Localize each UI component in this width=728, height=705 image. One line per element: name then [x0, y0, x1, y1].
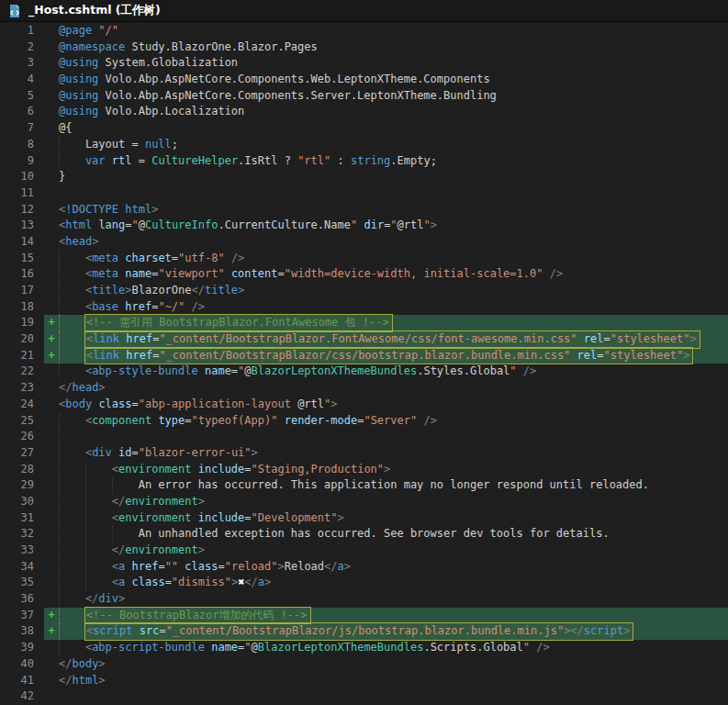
token-pn: >: [252, 446, 258, 459]
code-line[interactable]: 35<a class="dismiss">✖</a>: [0, 575, 728, 591]
code-line[interactable]: 40</body>: [0, 656, 728, 673]
code-line[interactable]: 27<div id="blazor-error-ui">: [0, 445, 728, 462]
token-fn: @{: [59, 121, 72, 134]
diff-changed-text-box: <link href="_content/BootstrapBlazor/css…: [85, 348, 693, 364]
code-line[interactable]: 5@using Volo.Abp.AspNetCore.Components.S…: [0, 88, 728, 105]
token-kw: script: [584, 624, 623, 637]
token-pn: />: [523, 364, 536, 377]
token-pl: [577, 332, 584, 345]
title-bar: _Host.cshtml (工作树): [0, 0, 728, 22]
token-st: ": [510, 364, 516, 377]
code-line[interactable]: 17<title>BlazorOne</title>: [0, 283, 728, 299]
token-pn: >: [92, 235, 98, 248]
code-line[interactable]: 6@using Volo.Abp.Localization: [0, 104, 728, 120]
token-kw: body: [72, 657, 98, 670]
line-content: </head>: [59, 380, 106, 397]
code-text: @using System.Globalization: [59, 55, 728, 72]
token-at: rel: [584, 332, 604, 345]
code-line[interactable]: 19+<!-- 需引用 BootstrapBlazor.FontAwesome …: [0, 315, 728, 331]
token-op: =: [244, 511, 251, 524]
code-line[interactable]: 31<environment include="Development">: [0, 510, 728, 527]
token-at: class: [132, 576, 165, 588]
code-line[interactable]: 32An unhandled exception has occurred. S…: [0, 526, 728, 543]
code-line[interactable]: 16<meta name="viewport" content="width=d…: [0, 266, 728, 283]
code-line[interactable]: 10}: [0, 169, 728, 185]
code-line[interactable]: 18<base href="~/" />: [0, 299, 728, 316]
indent-guide: [59, 543, 60, 559]
code-text: </environment>: [59, 543, 728, 559]
code-text: An unhandled exception has occurred. See…: [59, 526, 728, 543]
code-line[interactable]: 9var rtl = CultureHelper.IsRtl ? "rtl" :…: [0, 153, 728, 170]
indent-guide: [85, 462, 86, 478]
token-pn: >: [330, 397, 337, 410]
code-text: <!DOCTYPE html>: [59, 202, 728, 218]
gutter-spacer: [44, 429, 59, 445]
code-line[interactable]: 30</environment>: [0, 494, 728, 510]
token-kw: body: [65, 397, 92, 410]
code-line[interactable]: 12<!DOCTYPE html>: [0, 202, 728, 218]
line-number: 26: [0, 429, 44, 445]
code-line[interactable]: 26: [0, 429, 728, 445]
token-pn: </: [59, 657, 72, 670]
token-kw: abp-style-bundle: [92, 364, 198, 377]
code-line[interactable]: 14<head>: [0, 234, 728, 251]
code-line[interactable]: 1@page "/": [0, 23, 728, 39]
code-line[interactable]: 38+<script src="_content/BootstrapBlazor…: [0, 623, 728, 640]
code-line[interactable]: 39<abp-script-bundle name="@BlazorLepton…: [0, 640, 728, 656]
code-line[interactable]: 3@using System.Globalization: [0, 55, 728, 72]
line-content: <environment include="Staging,Production…: [112, 462, 391, 478]
code-line[interactable]: 23</head>: [0, 380, 728, 397]
code-text: <link href="_content/BootstrapBlazor/css…: [59, 348, 728, 364]
token-pl: .CurrentCulture.Name: [218, 218, 351, 231]
code-line[interactable]: 33</environment>: [0, 543, 728, 559]
indent-guide: [112, 477, 113, 494]
code-line[interactable]: 7@{: [0, 120, 728, 137]
gutter-spacer: [44, 477, 59, 494]
code-line[interactable]: 2@namespace Study.BlazorOne.Blazor.Pages: [0, 39, 728, 56]
code-line[interactable]: 34<a href="" class="reload">Reload</a>: [0, 559, 728, 576]
line-content: <base href="~/" />: [85, 299, 205, 316]
code-line[interactable]: 21+<link href="_content/BootstrapBlazor/…: [0, 348, 728, 364]
line-number: 38: [0, 623, 44, 640]
gutter-spacer: [44, 137, 59, 153]
token-pn: </: [192, 284, 205, 297]
line-number: 10: [0, 169, 44, 185]
line-number: 31: [0, 510, 44, 527]
token-kw: html: [72, 674, 98, 687]
token-pn: </: [85, 592, 98, 605]
code-line[interactable]: 15<meta charset="utf-8" />: [0, 251, 728, 267]
line-number: 8: [0, 137, 44, 153]
code-line[interactable]: 8Layout = null;: [0, 137, 728, 153]
code-editor[interactable]: 1@page "/"2@namespace Study.BlazorOne.Bl…: [0, 22, 728, 705]
code-text: </head>: [59, 380, 728, 397]
code-line[interactable]: 42: [0, 688, 728, 705]
indent-guide: [59, 429, 60, 445]
token-pn: >: [337, 511, 343, 524]
code-line[interactable]: 20+<link href="_content/BootstrapBlazor.…: [0, 331, 728, 348]
code-line[interactable]: 36</div>: [0, 591, 728, 608]
token-pl: }: [59, 170, 65, 183]
code-text: Layout = null;: [59, 137, 728, 153]
code-line[interactable]: 28<environment include="Staging,Producti…: [0, 462, 728, 478]
code-line[interactable]: 4@using Volo.Abp.AspNetCore.Components.W…: [0, 72, 728, 88]
indent-guide: [85, 543, 86, 559]
diff-changed-text-box: <link href="_content/BootstrapBlazor.Fon…: [85, 331, 700, 348]
code-text: <div id="blazor-error-ui">: [59, 445, 728, 462]
gutter-spacer: [44, 153, 59, 170]
token-st: "typeof(App)": [192, 414, 278, 427]
token-cm: <!-- 需引用 BootstrapBlazor.FontAwesome 包 !…: [86, 316, 389, 329]
code-line[interactable]: 41</html>: [0, 673, 728, 689]
gutter-spacer: [44, 185, 59, 202]
code-text: <head>: [59, 234, 728, 251]
code-line[interactable]: 13<html lang="@CultureInfo.CurrentCultur…: [0, 218, 728, 234]
code-line[interactable]: 29An error has occurred. This applicatio…: [0, 477, 728, 494]
code-line[interactable]: 22<abp-style-bundle name="@BlazorLeptonX…: [0, 364, 728, 380]
code-line[interactable]: 37+<!-- BootstrapBlazor增加的代码 !-->: [0, 608, 728, 624]
code-text: }: [59, 169, 728, 185]
line-content: </html>: [59, 673, 106, 689]
code-line[interactable]: 24<body class="abp-application-layout @r…: [0, 397, 728, 413]
token-op: =: [132, 446, 139, 459]
code-line[interactable]: 25<component type="typeof(App)" render-m…: [0, 413, 728, 430]
code-line[interactable]: 11: [0, 185, 728, 202]
token-pn: >: [689, 332, 696, 345]
